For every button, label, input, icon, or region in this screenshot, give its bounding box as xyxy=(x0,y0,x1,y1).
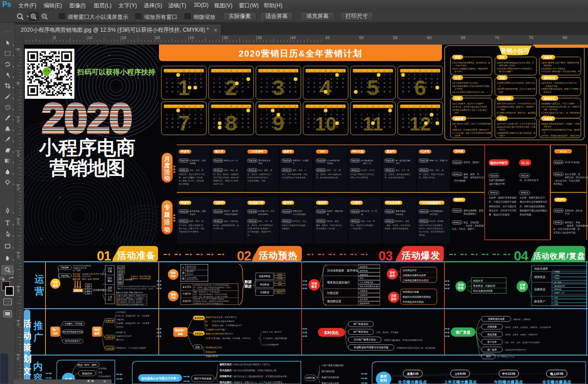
svg-text:中午12:00: 中午12:00 xyxy=(502,372,515,375)
svg-text:分子营销: 分子营销 xyxy=(455,88,463,90)
svg-text:迎业合作，开设亲子出行套: 迎业合作，开设亲子出行套 xyxy=(489,209,516,212)
svg-text:30: 30 xyxy=(331,126,333,128)
svg-text:15: 15 xyxy=(319,82,321,84)
svg-text:7: 7 xyxy=(237,78,237,80)
svg-text:加购数: 加购数 xyxy=(277,284,283,286)
svg-text:拼 团 新进+送券，不负费捆拉新用户: 拼 团 新进+送券，不负费捆拉新用户 xyxy=(205,324,242,327)
svg-text:11: 11 xyxy=(419,78,421,80)
svg-text:22: 22 xyxy=(408,122,410,124)
svg-text:14: 14 xyxy=(260,118,262,120)
svg-text:13: 13 xyxy=(308,82,310,84)
svg-text:目标规划: 目标规划 xyxy=(61,274,69,277)
svg-text:五: 五 xyxy=(283,70,285,72)
svg-text:7: 7 xyxy=(172,78,173,80)
svg-text:日: 日 xyxy=(247,105,249,107)
svg-text:25: 25 xyxy=(219,91,220,93)
svg-text:16: 16 xyxy=(408,82,410,84)
svg-text:4: 4 xyxy=(367,114,368,116)
svg-text:24: 24 xyxy=(331,86,333,88)
svg-text:01: 01 xyxy=(97,248,111,263)
svg-text:五: 五 xyxy=(235,105,238,107)
svg-text:各行业通用，抓: 各行业通用，抓 xyxy=(565,173,581,176)
svg-text:27: 27 xyxy=(367,91,368,93)
svg-text:五: 五 xyxy=(377,105,380,107)
svg-text:活动: 活动 xyxy=(458,283,464,287)
svg-text:食品类、家电数: 食品类、家电数 xyxy=(430,220,444,222)
svg-text:优惠券数据: 优惠券数据 xyxy=(259,275,271,278)
svg-text:2: 2 xyxy=(356,114,356,116)
svg-text:3: 3 xyxy=(278,109,279,111)
svg-text:大促销: 大促销 xyxy=(327,162,333,164)
svg-text:▸晒单为主！评选最佳买家秀，重奖品设置: ▸晒单为主！评选最佳买家秀，重奖品设置 xyxy=(452,129,489,131)
svg-text:分工: 分工 xyxy=(107,298,112,301)
svg-text:4: 4 xyxy=(425,109,426,111)
svg-text:推广复盘: 推广复盘 xyxy=(455,330,470,334)
svg-text:14: 14 xyxy=(172,118,174,120)
svg-text:18: 18 xyxy=(342,118,344,120)
svg-text:24: 24 xyxy=(419,122,421,124)
svg-text:活动曝光，引流拉新: 活动曝光，引流拉新 xyxy=(65,322,83,325)
svg-text:四: 四 xyxy=(277,105,279,107)
svg-text:微信群运营: 微信群运营 xyxy=(327,299,341,303)
svg-text:活动爆发: 活动爆发 xyxy=(401,250,441,260)
svg-text:童心未泯，六一狂: 童心未泯，六一狂 xyxy=(361,209,378,212)
svg-text:临近节日: 临近节日 xyxy=(118,266,124,268)
svg-text:策略: 策略 xyxy=(177,333,183,336)
svg-text:六: 六 xyxy=(194,105,197,107)
svg-text:17: 17 xyxy=(189,118,191,120)
svg-text:策: 策 xyxy=(24,343,32,352)
svg-text:▸团长性质分销等分手，节日生鲜类等等小区: ▸团长性质分销等分手，节日生鲜类等等小区 xyxy=(497,102,536,105)
svg-text:推: 推 xyxy=(33,320,43,331)
svg-text:21: 21 xyxy=(172,86,174,88)
svg-text:庆，可提前开启国庆专场迎: 庆，可提前开启国庆专场迎 xyxy=(489,200,516,203)
svg-text:15: 15 xyxy=(378,82,379,84)
svg-text:18: 18 xyxy=(419,82,421,84)
svg-text:食品、玩具、童: 食品、玩具、童 xyxy=(361,220,375,222)
svg-text:五: 五 xyxy=(188,70,191,72)
svg-text:18: 18 xyxy=(283,118,285,120)
svg-text:活动主题: 活动主题 xyxy=(554,209,563,212)
svg-text:春风化雨师恩，是最: 春风化雨师恩，是最 xyxy=(464,209,483,212)
svg-text:狂年敢大礼，年货: 狂年敢大礼，年货 xyxy=(190,159,206,162)
svg-text:29: 29 xyxy=(389,126,391,128)
svg-text:18: 18 xyxy=(194,118,196,120)
svg-text:2020营销日历&全年营销计划: 2020营销日历&全年营销计划 xyxy=(239,49,362,58)
svg-text:1: 1 xyxy=(242,74,243,76)
svg-text:优惠玩法：促进转化成交: 优惠玩法：促进转化成交 xyxy=(130,277,151,280)
svg-text:▸会员年金额可分层级平均分近3-5档，一: ▸会员年金额可分层级平均分近3-5档，一 xyxy=(452,91,488,93)
svg-text:5: 5 xyxy=(361,78,362,80)
svg-text:大促横幅、页面策划、商品及优化等: 大促横幅、页面策划、商品及优化等 xyxy=(121,294,145,297)
svg-text:店铺: 店铺 xyxy=(519,283,525,287)
svg-text:11: 11 xyxy=(336,78,338,80)
svg-text:27: 27 xyxy=(230,91,232,93)
svg-text:朋友迎发"入群"人员小礼品及跟引导发福袋: 朋友迎发"入群"人员小礼品及跟引导发福袋 xyxy=(194,298,224,300)
svg-text:五: 五 xyxy=(283,105,285,107)
svg-text:29: 29 xyxy=(177,91,179,93)
svg-text:26: 26 xyxy=(431,122,433,124)
svg-text:儿童节: 儿童节 xyxy=(352,201,361,204)
svg-text:退款退货比率: 退款退货比率 xyxy=(554,285,565,287)
svg-text:22: 22 xyxy=(266,122,268,124)
svg-text:六: 六 xyxy=(288,105,291,107)
svg-text:29: 29 xyxy=(177,126,179,128)
svg-text:人: 人 xyxy=(182,266,185,269)
svg-text:社区团购: 社区团购 xyxy=(499,97,511,101)
svg-text:16: 16 xyxy=(248,82,249,84)
svg-text:爱她一生，浪漫七夕: 爱她一生，浪漫七夕 xyxy=(430,159,448,162)
svg-text:活动: 活动 xyxy=(389,271,395,274)
svg-text:23: 23 xyxy=(248,86,249,88)
svg-text:20: 20 xyxy=(313,122,315,124)
svg-text:11: 11 xyxy=(355,82,356,84)
svg-text:6: 6 xyxy=(284,78,285,80)
svg-text:14: 14 xyxy=(172,82,174,84)
svg-text:日: 日 xyxy=(294,70,296,72)
svg-text:28: 28 xyxy=(236,126,238,128)
svg-text:30: 30 xyxy=(414,126,416,128)
svg-text:28: 28 xyxy=(260,126,262,128)
svg-text:24: 24 xyxy=(266,91,268,93)
svg-text:1: 1 xyxy=(408,109,409,111)
svg-text:场: 场 xyxy=(182,277,185,280)
svg-text:营: 营 xyxy=(34,286,44,296)
svg-text:5: 5 xyxy=(342,74,343,76)
svg-text:25: 25 xyxy=(272,91,274,93)
